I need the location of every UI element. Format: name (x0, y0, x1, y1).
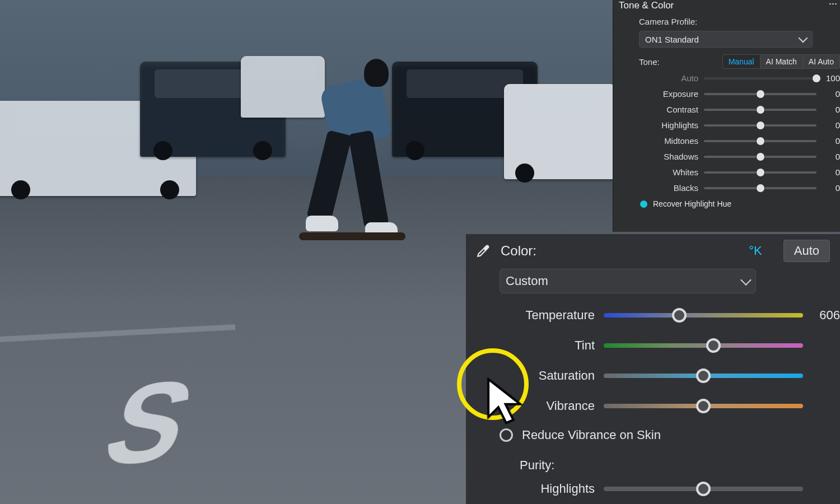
chevron-down-icon (799, 34, 808, 43)
color-auto-button[interactable]: Auto (783, 240, 830, 262)
white-balance-preset-dropdown[interactable]: Custom (500, 269, 756, 293)
photo-car (504, 84, 616, 179)
slider-saturation: Saturation (500, 368, 840, 383)
tone-color-panel: Tone & Color Camera Profile: ON1 Standar… (613, 0, 840, 232)
slider-highlights: Highlights 0 (639, 120, 840, 130)
eyedropper-icon[interactable] (476, 244, 491, 258)
camera-profile-value: ON1 Standard (645, 35, 699, 44)
tone-mode-manual[interactable]: Manual (722, 54, 760, 69)
slider-contrast: Contrast 0 (639, 105, 840, 114)
checkbox-icon (500, 428, 513, 442)
tone-mode-group: Manual AI Match AI Auto (722, 54, 840, 69)
slider-auto-value: 100 (820, 73, 840, 83)
kelvin-toggle[interactable]: °K (745, 242, 765, 259)
temperature-value: 606 (809, 308, 840, 323)
purity-section-label: Purity: (520, 458, 840, 473)
reduce-vibrance-skin-checkbox[interactable]: Reduce Vibrance on Skin (500, 428, 840, 442)
white-balance-preset-value: Custom (506, 274, 548, 288)
color-panel: Color: °K Auto Custom Temperature 606 Ti… (466, 234, 840, 504)
panel-title: Tone & Color (619, 0, 674, 11)
slider-exposure: Exposure 0 (639, 89, 840, 99)
tone-label: Tone: (639, 57, 660, 67)
slider-purity-highlights: Highlights (500, 482, 840, 496)
chevron-down-icon (740, 274, 752, 286)
camera-profile-label: Camera Profile: (639, 17, 840, 26)
tone-mode-aiauto[interactable]: AI Auto (803, 54, 840, 69)
slider-midtones: Midtones 0 (639, 136, 840, 146)
slider-tint: Tint (500, 338, 840, 353)
tone-mode-aimatch[interactable]: AI Match (760, 54, 803, 69)
panel-options-icon[interactable] (829, 2, 837, 6)
slider-auto-track[interactable] (704, 77, 816, 80)
slider-vibrance: Vibrance (500, 399, 840, 413)
slider-auto: Auto 100 (639, 73, 840, 83)
camera-profile-dropdown[interactable]: ON1 Standard (639, 31, 813, 48)
slider-shadows: Shadows 0 (639, 152, 840, 161)
color-section-title: Color: (501, 243, 536, 259)
slider-blacks: Blacks 0 (639, 183, 840, 193)
photo-skater (302, 48, 414, 238)
slider-temperature: Temperature 606 (500, 308, 840, 323)
toggle-dot-icon (640, 200, 647, 208)
slider-auto-thumb[interactable] (812, 74, 821, 83)
recover-highlight-hue-toggle[interactable]: Recover Highlight Hue (640, 199, 840, 208)
slider-whites: Whites 0 (639, 167, 840, 177)
